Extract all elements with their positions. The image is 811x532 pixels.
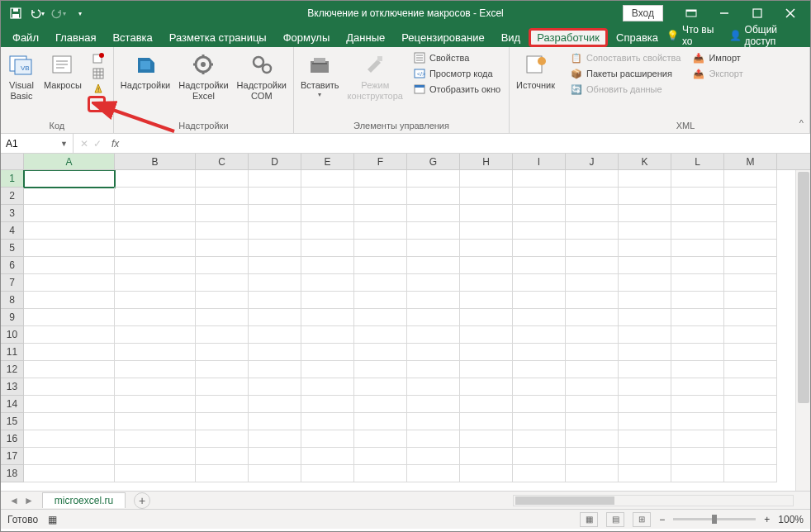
cell[interactable] bbox=[115, 274, 196, 292]
col-header-f[interactable]: F bbox=[354, 154, 407, 169]
cell[interactable] bbox=[354, 378, 407, 396]
cell[interactable] bbox=[407, 396, 460, 413]
scrollbar-thumb[interactable] bbox=[798, 172, 809, 403]
cell[interactable] bbox=[619, 326, 671, 344]
cell[interactable] bbox=[196, 378, 249, 396]
cell[interactable] bbox=[566, 170, 619, 188]
tab-file[interactable]: Файл bbox=[4, 28, 47, 47]
cell[interactable] bbox=[407, 465, 460, 482]
col-header-m[interactable]: M bbox=[724, 154, 777, 169]
cell[interactable] bbox=[301, 430, 354, 448]
expansion-packs-button[interactable]: 📦Пакеты расширения bbox=[568, 66, 682, 81]
cell[interactable] bbox=[671, 309, 724, 326]
cell[interactable] bbox=[196, 448, 249, 465]
macro-record-status-icon[interactable]: ▦ bbox=[48, 514, 57, 525]
cell[interactable] bbox=[407, 292, 460, 309]
cell[interactable] bbox=[407, 240, 460, 257]
undo-button[interactable]: ▾ bbox=[27, 3, 47, 23]
cell[interactable] bbox=[460, 309, 513, 326]
cell[interactable] bbox=[407, 361, 460, 378]
cell[interactable] bbox=[671, 396, 724, 413]
cell[interactable] bbox=[196, 326, 249, 344]
cell[interactable] bbox=[671, 257, 724, 274]
addins-button[interactable]: Надстройки bbox=[117, 49, 173, 93]
cell[interactable] bbox=[460, 222, 513, 240]
tab-review[interactable]: Рецензирование bbox=[393, 28, 492, 47]
row-header[interactable]: 2 bbox=[1, 188, 24, 205]
cell[interactable] bbox=[671, 413, 724, 430]
cell[interactable] bbox=[249, 396, 301, 413]
page-break-view-button[interactable]: ⊞ bbox=[633, 512, 651, 527]
name-box[interactable]: A1 ▼ bbox=[1, 134, 74, 153]
cell[interactable] bbox=[115, 465, 196, 482]
cell[interactable] bbox=[196, 396, 249, 413]
cell[interactable] bbox=[115, 257, 196, 274]
cell[interactable] bbox=[115, 188, 196, 205]
tab-nav-next[interactable]: ► bbox=[24, 495, 34, 506]
cell[interactable] bbox=[354, 344, 407, 361]
cell[interactable] bbox=[249, 188, 301, 205]
row-header[interactable]: 13 bbox=[1, 378, 24, 396]
cell[interactable] bbox=[24, 344, 115, 361]
cell[interactable] bbox=[671, 344, 724, 361]
tab-insert[interactable]: Вставка bbox=[104, 28, 160, 47]
cell[interactable] bbox=[407, 309, 460, 326]
cell[interactable] bbox=[513, 361, 566, 378]
cell[interactable] bbox=[619, 448, 671, 465]
cell[interactable] bbox=[671, 430, 724, 448]
cell[interactable] bbox=[354, 448, 407, 465]
cell[interactable] bbox=[619, 188, 671, 205]
cell[interactable] bbox=[249, 222, 301, 240]
cell[interactable] bbox=[249, 413, 301, 430]
cell[interactable] bbox=[566, 396, 619, 413]
horizontal-scrollbar[interactable] bbox=[513, 495, 794, 506]
cell[interactable] bbox=[460, 257, 513, 274]
cell[interactable] bbox=[460, 292, 513, 309]
import-button[interactable]: 📥Импорт bbox=[690, 50, 744, 65]
cell[interactable] bbox=[196, 413, 249, 430]
cell[interactable] bbox=[619, 309, 671, 326]
cell[interactable] bbox=[513, 309, 566, 326]
close-button[interactable] bbox=[775, 3, 805, 23]
cell[interactable] bbox=[301, 448, 354, 465]
cell[interactable] bbox=[115, 205, 196, 222]
cell[interactable] bbox=[354, 430, 407, 448]
cell[interactable] bbox=[671, 378, 724, 396]
zoom-level[interactable]: 100% bbox=[778, 514, 804, 525]
cell[interactable] bbox=[513, 205, 566, 222]
row-header[interactable]: 7 bbox=[1, 274, 24, 292]
tab-page-layout[interactable]: Разметка страницы bbox=[161, 28, 275, 47]
cell[interactable] bbox=[196, 465, 249, 482]
col-header-i[interactable]: I bbox=[513, 154, 566, 169]
cell[interactable] bbox=[460, 240, 513, 257]
cell[interactable] bbox=[354, 205, 407, 222]
row-header[interactable]: 11 bbox=[1, 344, 24, 361]
cell[interactable] bbox=[249, 344, 301, 361]
row-header[interactable]: 8 bbox=[1, 292, 24, 309]
row-header[interactable]: 1 bbox=[1, 170, 24, 188]
accept-formula-button[interactable]: ✓ bbox=[93, 138, 102, 150]
row-header[interactable]: 18 bbox=[1, 465, 24, 482]
zoom-slider[interactable] bbox=[673, 518, 756, 520]
cell[interactable] bbox=[115, 344, 196, 361]
cell[interactable] bbox=[724, 396, 777, 413]
cell[interactable] bbox=[249, 326, 301, 344]
cell[interactable] bbox=[115, 222, 196, 240]
cell[interactable] bbox=[196, 430, 249, 448]
col-header-l[interactable]: L bbox=[671, 154, 724, 169]
cell[interactable] bbox=[407, 274, 460, 292]
cell[interactable] bbox=[249, 309, 301, 326]
cell[interactable] bbox=[513, 240, 566, 257]
excel-addins-button[interactable]: Надстройки Excel bbox=[175, 49, 231, 103]
cell[interactable] bbox=[566, 413, 619, 430]
cell[interactable] bbox=[671, 448, 724, 465]
cell[interactable] bbox=[354, 240, 407, 257]
cell[interactable] bbox=[724, 188, 777, 205]
cell[interactable] bbox=[566, 378, 619, 396]
cell[interactable] bbox=[196, 361, 249, 378]
cell[interactable] bbox=[354, 396, 407, 413]
row-header[interactable]: 12 bbox=[1, 361, 24, 378]
cell[interactable] bbox=[566, 309, 619, 326]
cell[interactable] bbox=[619, 257, 671, 274]
cell[interactable] bbox=[354, 188, 407, 205]
